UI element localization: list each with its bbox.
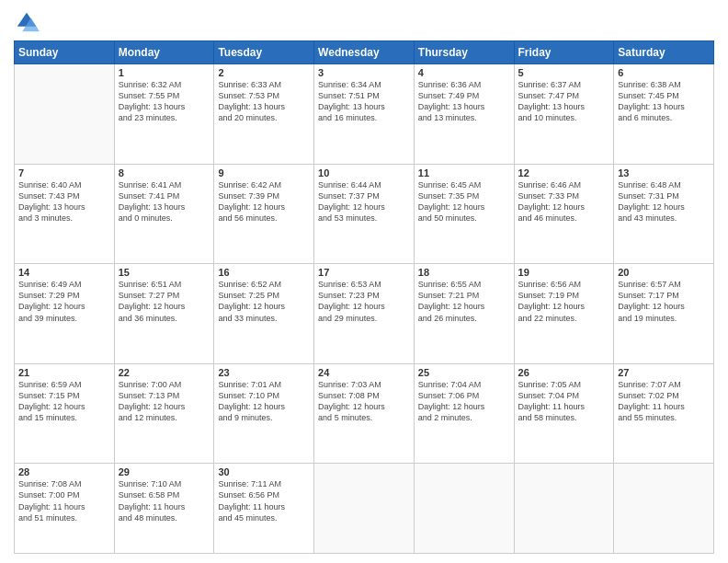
calendar-cell: 13Sunrise: 6:48 AM Sunset: 7:31 PM Dayli… [614,164,714,264]
day-info: Sunrise: 7:07 AM Sunset: 7:02 PM Dayligh… [618,379,710,424]
calendar-table: SundayMondayTuesdayWednesdayThursdayFrid… [14,40,714,554]
day-info: Sunrise: 6:53 AM Sunset: 7:23 PM Dayligh… [318,279,410,324]
day-number: 8 [119,167,210,178]
calendar-cell: 26Sunrise: 7:05 AM Sunset: 7:04 PM Dayli… [514,363,614,464]
weekday-header-saturday: Saturday [614,41,714,64]
calendar-cell: 11Sunrise: 6:45 AM Sunset: 7:35 PM Dayli… [414,164,514,264]
calendar-cell: 10Sunrise: 6:44 AM Sunset: 7:37 PM Dayli… [314,164,415,264]
weekday-header-sunday: Sunday [15,41,115,64]
day-info: Sunrise: 7:11 AM Sunset: 6:56 PM Dayligh… [218,478,310,523]
day-info: Sunrise: 6:34 AM Sunset: 7:51 PM Dayligh… [318,79,410,124]
day-number: 23 [218,367,310,378]
calendar-cell: 17Sunrise: 6:53 AM Sunset: 7:23 PM Dayli… [314,264,415,364]
day-number: 24 [318,367,410,378]
day-number: 9 [218,167,310,178]
day-number: 2 [218,67,310,78]
calendar-cell: 16Sunrise: 6:52 AM Sunset: 7:25 PM Dayli… [214,264,314,364]
day-info: Sunrise: 7:08 AM Sunset: 7:00 PM Dayligh… [18,478,110,523]
calendar-cell: 27Sunrise: 7:07 AM Sunset: 7:02 PM Dayli… [614,363,714,464]
day-info: Sunrise: 6:49 AM Sunset: 7:29 PM Dayligh… [18,279,110,324]
day-number: 20 [618,267,710,278]
day-info: Sunrise: 6:32 AM Sunset: 7:55 PM Dayligh… [119,79,210,124]
calendar-cell: 6Sunrise: 6:38 AM Sunset: 7:45 PM Daylig… [614,64,714,165]
day-info: Sunrise: 6:57 AM Sunset: 7:17 PM Dayligh… [618,279,710,324]
calendar-cell [15,64,115,165]
day-info: Sunrise: 6:37 AM Sunset: 7:47 PM Dayligh… [518,79,610,124]
day-info: Sunrise: 6:41 AM Sunset: 7:41 PM Dayligh… [119,179,210,224]
day-number: 29 [119,466,210,477]
calendar-cell: 28Sunrise: 7:08 AM Sunset: 7:00 PM Dayli… [15,464,115,554]
day-number: 12 [518,167,610,178]
calendar-cell: 24Sunrise: 7:03 AM Sunset: 7:08 PM Dayli… [314,363,415,464]
day-info: Sunrise: 6:52 AM Sunset: 7:25 PM Dayligh… [218,279,310,324]
day-number: 22 [119,367,210,378]
day-number: 1 [119,67,210,78]
day-number: 13 [618,167,710,178]
weekday-header-friday: Friday [514,41,614,64]
day-number: 6 [618,67,710,78]
calendar-cell: 29Sunrise: 7:10 AM Sunset: 6:58 PM Dayli… [114,464,214,554]
day-number: 15 [119,267,210,278]
day-info: Sunrise: 7:03 AM Sunset: 7:08 PM Dayligh… [318,379,410,424]
calendar-cell: 19Sunrise: 6:56 AM Sunset: 7:19 PM Dayli… [514,264,614,364]
day-info: Sunrise: 6:38 AM Sunset: 7:45 PM Dayligh… [618,79,710,124]
weekday-header-row: SundayMondayTuesdayWednesdayThursdayFrid… [15,41,714,64]
day-info: Sunrise: 6:48 AM Sunset: 7:31 PM Dayligh… [618,179,710,224]
day-info: Sunrise: 6:44 AM Sunset: 7:37 PM Dayligh… [318,179,410,224]
calendar-cell: 15Sunrise: 6:51 AM Sunset: 7:27 PM Dayli… [114,264,214,364]
calendar-cell: 21Sunrise: 6:59 AM Sunset: 7:15 PM Dayli… [15,363,115,464]
day-info: Sunrise: 7:00 AM Sunset: 7:13 PM Dayligh… [119,379,210,424]
page: SundayMondayTuesdayWednesdayThursdayFrid… [0,0,728,563]
week-row-2: 14Sunrise: 6:49 AM Sunset: 7:29 PM Dayli… [15,264,714,364]
calendar-cell: 18Sunrise: 6:55 AM Sunset: 7:21 PM Dayli… [414,264,514,364]
day-info: Sunrise: 7:01 AM Sunset: 7:10 PM Dayligh… [218,379,310,424]
calendar-cell: 4Sunrise: 6:36 AM Sunset: 7:49 PM Daylig… [414,64,514,165]
header [14,9,714,35]
week-row-4: 28Sunrise: 7:08 AM Sunset: 7:00 PM Dayli… [15,464,714,554]
calendar-cell: 23Sunrise: 7:01 AM Sunset: 7:10 PM Dayli… [214,363,314,464]
day-info: Sunrise: 6:56 AM Sunset: 7:19 PM Dayligh… [518,279,610,324]
day-number: 21 [18,367,110,378]
day-number: 16 [218,267,310,278]
weekday-header-wednesday: Wednesday [314,41,415,64]
day-info: Sunrise: 6:55 AM Sunset: 7:21 PM Dayligh… [418,279,510,324]
calendar-cell: 20Sunrise: 6:57 AM Sunset: 7:17 PM Dayli… [614,264,714,364]
calendar-cell: 2Sunrise: 6:33 AM Sunset: 7:53 PM Daylig… [214,64,314,165]
day-info: Sunrise: 6:33 AM Sunset: 7:53 PM Dayligh… [218,79,310,124]
calendar-cell [514,464,614,554]
week-row-1: 7Sunrise: 6:40 AM Sunset: 7:43 PM Daylig… [15,164,714,264]
day-info: Sunrise: 7:10 AM Sunset: 6:58 PM Dayligh… [119,478,210,523]
calendar-cell: 14Sunrise: 6:49 AM Sunset: 7:29 PM Dayli… [15,264,115,364]
day-number: 28 [18,466,110,477]
calendar-cell [414,464,514,554]
day-number: 27 [618,367,710,378]
calendar-cell: 22Sunrise: 7:00 AM Sunset: 7:13 PM Dayli… [114,363,214,464]
logo-icon [14,9,40,35]
day-number: 30 [218,466,310,477]
calendar-cell: 7Sunrise: 6:40 AM Sunset: 7:43 PM Daylig… [15,164,115,264]
logo [14,9,43,35]
calendar-cell: 8Sunrise: 6:41 AM Sunset: 7:41 PM Daylig… [114,164,214,264]
weekday-header-tuesday: Tuesday [214,41,314,64]
calendar-cell: 25Sunrise: 7:04 AM Sunset: 7:06 PM Dayli… [414,363,514,464]
calendar-cell: 5Sunrise: 6:37 AM Sunset: 7:47 PM Daylig… [514,64,614,165]
week-row-0: 1Sunrise: 6:32 AM Sunset: 7:55 PM Daylig… [15,64,714,165]
day-number: 10 [318,167,410,178]
day-info: Sunrise: 6:40 AM Sunset: 7:43 PM Dayligh… [18,179,110,224]
day-info: Sunrise: 6:51 AM Sunset: 7:27 PM Dayligh… [119,279,210,324]
day-number: 18 [418,267,510,278]
week-row-3: 21Sunrise: 6:59 AM Sunset: 7:15 PM Dayli… [15,363,714,464]
day-number: 19 [518,267,610,278]
day-number: 26 [518,367,610,378]
calendar-cell [314,464,415,554]
day-number: 4 [418,67,510,78]
calendar-cell: 1Sunrise: 6:32 AM Sunset: 7:55 PM Daylig… [114,64,214,165]
day-number: 5 [518,67,610,78]
calendar-cell: 12Sunrise: 6:46 AM Sunset: 7:33 PM Dayli… [514,164,614,264]
day-info: Sunrise: 6:46 AM Sunset: 7:33 PM Dayligh… [518,179,610,224]
weekday-header-thursday: Thursday [414,41,514,64]
day-info: Sunrise: 6:45 AM Sunset: 7:35 PM Dayligh… [418,179,510,224]
calendar-cell [614,464,714,554]
weekday-header-monday: Monday [114,41,214,64]
day-number: 25 [418,367,510,378]
